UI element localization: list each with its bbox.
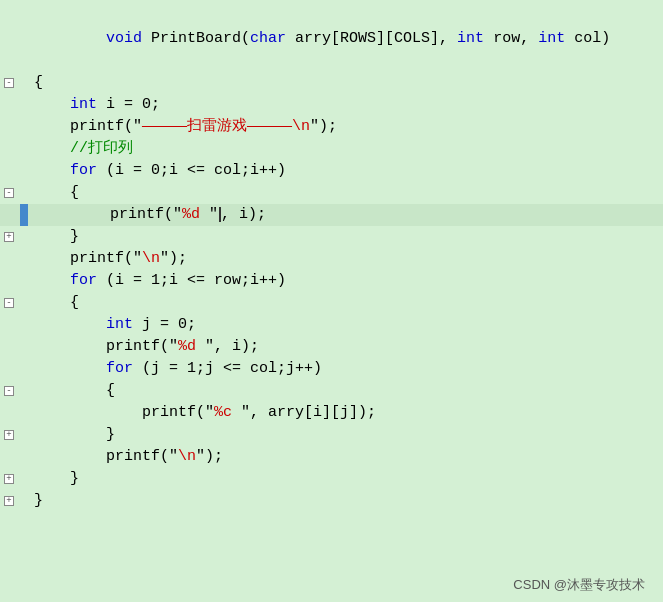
content-7: printf("%d ", i); <box>30 204 266 226</box>
fold-icon-20[interactable]: + <box>4 496 14 506</box>
str-3: —————扫雷游戏—————\n <box>142 118 310 135</box>
content-13: printf("%d ", i); <box>26 336 259 358</box>
content-6: { <box>26 182 79 204</box>
content-1: { <box>26 72 43 94</box>
line-3: printf("—————扫雷游戏—————\n"); <box>0 116 663 138</box>
marker-7 <box>20 204 28 226</box>
line-13: printf("%d ", i); <box>0 336 663 358</box>
fold-icon-8[interactable]: + <box>4 232 14 242</box>
header-line: void PrintBoard(char arry[ROWS][COLS], i… <box>0 6 663 72</box>
gutter-6: - <box>0 188 18 198</box>
line-4: //打印列 <box>0 138 663 160</box>
watermark: CSDN @沐墨专攻技术 <box>513 576 645 594</box>
content-16: printf("%c ", arry[i][j]); <box>26 402 376 424</box>
header-params: arry[ROWS][COLS], <box>286 30 457 47</box>
fold-icon-11[interactable]: - <box>4 298 14 308</box>
header-content: void PrintBoard(char arry[ROWS][COLS], i… <box>26 6 610 72</box>
gutter-11: - <box>0 298 18 308</box>
str-13: %d <box>178 338 205 355</box>
kw-int-2: int <box>70 96 97 113</box>
line-9: printf("\n"); <box>0 248 663 270</box>
content-10: for (i = 1;i <= row;i++) <box>26 270 286 292</box>
content-19: } <box>26 468 79 490</box>
str-9: \n <box>142 250 160 267</box>
line-19: + } <box>0 468 663 490</box>
kw-int-12: int <box>106 316 133 333</box>
comment-4: //打印列 <box>70 140 133 157</box>
line-11: - { <box>0 292 663 314</box>
keyword-int2: int <box>538 30 565 47</box>
str-18: \n <box>178 448 196 465</box>
content-17: } <box>26 424 115 446</box>
gutter-19: + <box>0 474 18 484</box>
line-20: + } <box>0 490 663 512</box>
header-row: row, <box>484 30 538 47</box>
line-12: int j = 0; <box>0 314 663 336</box>
content-5: for (i = 0;i <= col;i++) <box>26 160 286 182</box>
content-8: } <box>26 226 79 248</box>
gutter-1: - <box>0 78 18 88</box>
fn-printf-18: printf <box>106 448 160 465</box>
keyword-char: char <box>250 30 286 47</box>
line-1: - { <box>0 72 663 94</box>
gutter-8: + <box>0 232 18 242</box>
str-7: %d <box>182 206 209 223</box>
text-cursor <box>219 207 221 222</box>
content-12: int j = 0; <box>26 314 196 336</box>
str-16: %c <box>214 404 241 421</box>
fn-printf-9: printf <box>70 250 124 267</box>
line-2: int i = 0; <box>0 94 663 116</box>
content-3: printf("—————扫雷游戏—————\n"); <box>26 116 337 138</box>
content-4: //打印列 <box>26 138 133 160</box>
content-20: } <box>26 490 43 512</box>
line-17: + } <box>0 424 663 446</box>
fn-printf-3: printf <box>70 118 124 135</box>
line-15: - { <box>0 380 663 402</box>
content-2: int i = 0; <box>26 94 160 116</box>
content-11: { <box>26 292 79 314</box>
line-18: printf("\n"); <box>0 446 663 468</box>
line-6: - { <box>0 182 663 204</box>
content-15: { <box>26 380 115 402</box>
line-16: printf("%c ", arry[i][j]); <box>0 402 663 424</box>
gutter-17: + <box>0 430 18 440</box>
fold-icon-6[interactable]: - <box>4 188 14 198</box>
header-fn: PrintBoard( <box>142 30 250 47</box>
fn-printf-16: printf <box>142 404 196 421</box>
kw-for-14: for <box>106 360 133 377</box>
fold-icon-17[interactable]: + <box>4 430 14 440</box>
content-14: for (j = 1;j <= col;j++) <box>26 358 322 380</box>
keyword-void: void <box>106 30 142 47</box>
line-5: for (i = 0;i <= col;i++) <box>0 160 663 182</box>
header-col: col) <box>565 30 610 47</box>
keyword-int1: int <box>457 30 484 47</box>
code-editor: void PrintBoard(char arry[ROWS][COLS], i… <box>0 0 663 602</box>
fold-icon-1[interactable]: - <box>4 78 14 88</box>
line-14: for (j = 1;j <= col;j++) <box>0 358 663 380</box>
fold-icon-19[interactable]: + <box>4 474 14 484</box>
content-18: printf("\n"); <box>26 446 223 468</box>
fold-icon-15[interactable]: - <box>4 386 14 396</box>
line-8: + } <box>0 226 663 248</box>
kw-for-10: for <box>70 272 97 289</box>
gutter-15: - <box>0 386 18 396</box>
fn-printf-13: printf <box>106 338 160 355</box>
line-7: printf("%d ", i); <box>0 204 663 226</box>
line-10: for (i = 1;i <= row;i++) <box>0 270 663 292</box>
fn-printf-7: printf <box>110 206 164 223</box>
kw-for-5: for <box>70 162 97 179</box>
gutter-20: + <box>0 496 18 506</box>
code-lines: void PrintBoard(char arry[ROWS][COLS], i… <box>0 0 663 518</box>
content-9: printf("\n"); <box>26 248 187 270</box>
